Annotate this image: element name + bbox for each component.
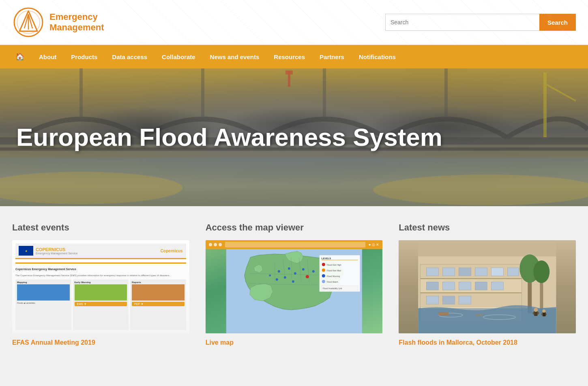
nav-resources[interactable]: Resources [266,45,312,68]
news-scene-svg [399,240,576,333]
svg-text:Flood Alert Med: Flood Alert Med [326,269,341,272]
events-card-description: The Copernicus Emergency Management Serv… [15,274,186,277]
svg-point-29 [294,272,296,275]
news-card-content [399,240,576,333]
svg-point-85 [543,309,546,313]
events-card-service-name: Emergency Management Service [36,252,78,255]
svg-point-35 [292,280,294,283]
map-body: LEVELS Flood Alert High Flood Alert Med … [206,249,383,333]
nav-collaborate[interactable]: Collaborate [155,45,203,68]
events-btn-2[interactable]: PDF ▼ [132,302,185,306]
svg-point-33 [312,270,314,273]
svg-rect-68 [475,282,487,290]
copernicus-logo-right: Copernicus [161,249,183,253]
events-card-divider [15,262,186,264]
map-card-link[interactable]: Live map [206,339,234,346]
events-col-2: Early Warning EMS ▼ [73,279,129,330]
svg-rect-71 [443,296,455,304]
map-toolbar: ● ◎ ✕ [206,240,383,249]
nav-notifications[interactable]: Notifications [352,45,403,68]
events-col-1-text: Floods ■ Landslides [17,302,70,304]
map-toolbar-dot-3 [219,243,222,246]
svg-rect-70 [427,296,439,304]
site-logo-icon [12,6,45,38]
svg-rect-64 [508,268,519,276]
nav-products[interactable]: Products [64,45,105,68]
events-warning-thumb [75,284,127,301]
map-card-content: ● ◎ ✕ [206,240,383,333]
svg-rect-15 [543,73,547,137]
svg-text:Flood Warning: Flood Warning [326,275,340,277]
svg-rect-87 [475,314,483,316]
svg-rect-67 [459,282,471,290]
svg-point-76 [534,260,550,283]
events-reports-thumb [132,284,185,301]
search-button[interactable]: Search [539,14,576,31]
svg-line-16 [547,85,576,101]
main-content: Latest events ★ COPERNICUS Emergency Man… [0,206,588,363]
map-card-image: ● ◎ ✕ [206,240,383,333]
svg-rect-61 [459,268,471,276]
search-input[interactable] [385,14,539,31]
news-card-link[interactable]: Flash floods in Mallorca, October 2018 [399,339,517,346]
map-url-bar [225,242,365,247]
map-toolbar-dot-2 [214,243,217,246]
svg-point-36 [269,275,271,277]
svg-rect-65 [427,282,439,290]
svg-text:Flood Availability Link: Flood Availability Link [322,287,342,290]
events-card-grid: Mapping Floods ■ Landslides Early Warnin… [15,279,186,330]
svg-point-43 [322,269,325,272]
svg-rect-69 [491,282,504,290]
svg-rect-72 [459,296,471,304]
svg-point-31 [283,276,286,279]
svg-rect-84 [543,312,546,316]
map-viewer-section: Access the map viewer ● ◎ ✕ [206,222,383,346]
search-area: Search [385,14,576,31]
events-btn-1[interactable]: EMS ▼ [75,302,127,306]
events-col-1: Mapping Floods ■ Landslides [15,279,71,330]
hero-title: European Flood Awareness System [0,124,459,151]
home-nav-button[interactable]: 🏠 [8,45,32,68]
svg-text:Flood Watch: Flood Watch [326,281,338,283]
latest-news-section: Latest news [399,222,576,346]
eu-logo: ★ [19,246,33,256]
events-card-link[interactable]: EFAS Annual Meeting 2019 [12,339,95,346]
svg-rect-86 [439,312,449,316]
svg-point-45 [322,274,325,277]
latest-events-title: Latest events [12,222,189,233]
svg-rect-60 [443,268,455,276]
svg-point-47 [322,280,325,283]
main-navbar: 🏠 About Products Data access Collaborate… [0,45,588,68]
latest-news-title: Latest news [399,222,576,233]
nav-data-access[interactable]: Data access [105,45,155,68]
latest-events-section: Latest events ★ COPERNICUS Emergency Man… [12,222,189,346]
svg-point-41 [322,263,325,266]
svg-text:LEVELS: LEVELS [321,257,330,260]
nav-partners[interactable]: Partners [312,45,352,68]
svg-point-32 [305,275,309,278]
svg-rect-59 [427,268,439,276]
map-toolbar-dot-1 [209,243,212,246]
events-card-service-label: Copernicus Emergency Management Service [15,267,186,271]
svg-point-30 [302,268,304,271]
svg-point-82 [534,308,538,312]
events-card-content: ★ COPERNICUS Emergency Management Servic… [12,240,189,333]
events-card-header: ★ COPERNICUS Emergency Management Servic… [15,243,186,259]
copernicus-brand: COPERNICUS [36,247,78,252]
hero-banner: European Flood Awareness System [0,68,588,206]
svg-rect-63 [491,268,504,276]
svg-rect-66 [443,282,455,290]
logo-text: Emergency Management [49,12,104,33]
site-header: Emergency Management Search [0,0,588,45]
nav-about[interactable]: About [32,45,64,68]
events-map-thumb [17,284,70,301]
nav-news-events[interactable]: News and events [203,45,267,68]
svg-rect-62 [475,268,487,276]
europe-map-svg: LEVELS Flood Alert High Flood Alert Med … [206,249,383,333]
svg-point-34 [275,278,278,281]
logo-area: Emergency Management [12,6,104,38]
svg-point-27 [277,270,280,273]
news-card-image [399,240,576,333]
events-col-3: Reports PDF ▼ [130,279,186,330]
map-controls: ● ◎ ✕ [369,243,379,247]
